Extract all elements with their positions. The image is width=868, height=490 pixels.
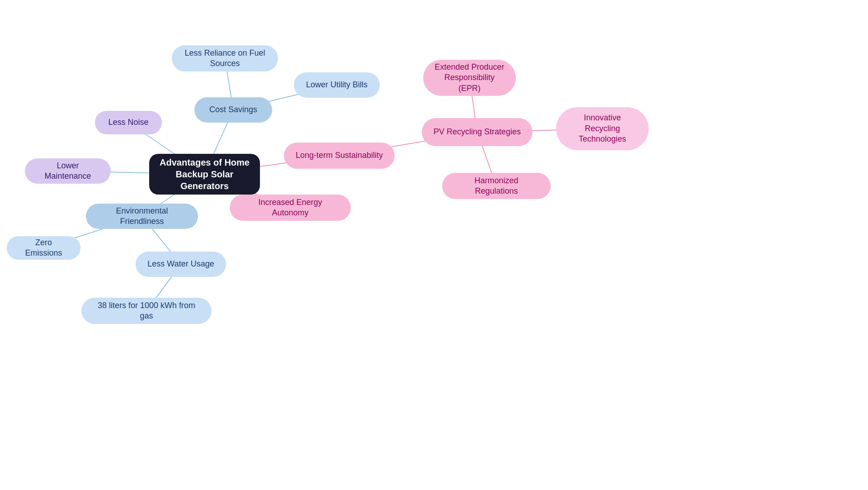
liters-node: 38 liters for 1000 kWh from gas <box>81 298 212 324</box>
long-term-node: Long-term Sustainability <box>284 143 395 169</box>
long-term-label: Long-term Sustainability <box>296 150 383 161</box>
cost-savings-node: Cost Savings <box>194 97 272 123</box>
energy-autonomy-label: Increased Energy Autonomy <box>240 197 341 219</box>
harmonized-reg-label: Harmonized Regulations <box>452 176 541 197</box>
less-water-label: Less Water Usage <box>147 259 214 269</box>
cost-savings-label: Cost Savings <box>209 105 257 115</box>
pv-recycling-node: PV Recycling Strategies <box>422 118 533 146</box>
pv-recycling-label: PV Recycling Strategies <box>434 127 521 137</box>
less-noise-label: Less Noise <box>108 117 148 128</box>
less-noise-node: Less Noise <box>95 111 162 134</box>
liters-label: 38 liters for 1000 kWh from gas <box>91 300 202 322</box>
energy-autonomy-node: Increased Energy Autonomy <box>230 195 351 221</box>
less-fuel-node: Less Reliance on Fuel Sources <box>172 45 278 71</box>
lower-maintenance-node: Lower Maintenance <box>25 158 111 184</box>
center-node: Advantages of Home Backup Solar Generato… <box>149 154 260 195</box>
env-friendliness-node: Environmental Friendliness <box>86 204 198 229</box>
less-water-node: Less Water Usage <box>136 252 226 277</box>
harmonized-reg-node: Harmonized Regulations <box>442 173 551 199</box>
zero-emissions-node: Zero Emissions <box>7 236 80 260</box>
lower-maintenance-label: Lower Maintenance <box>35 161 101 182</box>
epr-label: Extended Producer Responsibility (EPR) <box>433 62 506 94</box>
innovative-recycling-label: Innovative Recycling Technologies <box>566 113 639 144</box>
zero-emissions-label: Zero Emissions <box>17 238 71 259</box>
env-friendliness-label: Environmental Friendliness <box>96 206 188 227</box>
innovative-recycling-node: Innovative Recycling Technologies <box>556 107 649 150</box>
center-label: Advantages of Home Backup Solar Generato… <box>159 157 250 192</box>
lower-utility-node: Lower Utility Bills <box>294 72 380 98</box>
lower-utility-label: Lower Utility Bills <box>306 80 368 90</box>
less-fuel-label: Less Reliance on Fuel Sources <box>182 48 268 69</box>
epr-node: Extended Producer Responsibility (EPR) <box>423 60 516 96</box>
